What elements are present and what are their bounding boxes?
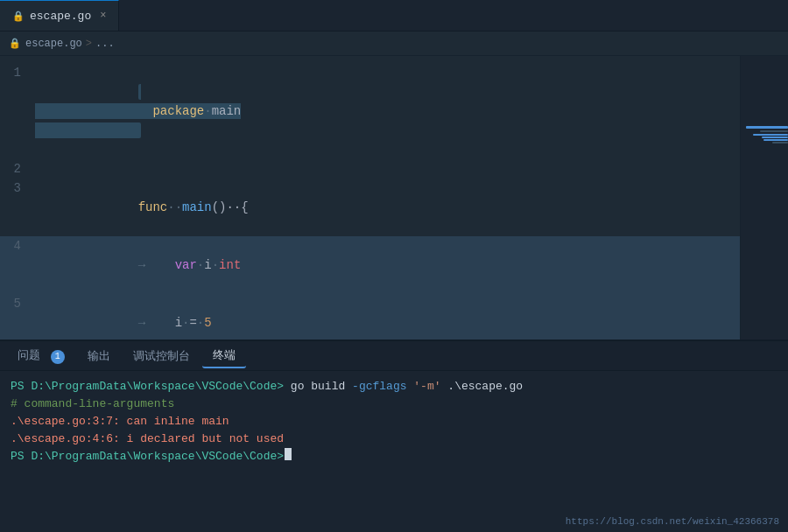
minimap-bar-4 <box>762 136 788 138</box>
code-area[interactable]: 1 package·main 2 3 <box>0 56 740 340</box>
tab-debug-console[interactable]: 调试控制台 <box>123 345 201 368</box>
terminal-content: PS D:\ProgramData\Workspace\VSCode\Code>… <box>0 371 788 532</box>
line-content-3: func··main()··{ <box>35 178 249 236</box>
breadcrumb-rest: ... <box>95 38 115 50</box>
terminal-line-4: .\escape.go:4:6: i declared but not used <box>11 430 777 448</box>
term-flag-gcflags: -gcflags <box>352 378 406 396</box>
code-line-5: 5 → i·=·5 <box>0 294 740 340</box>
breadcrumb-filename: escape.go <box>25 38 82 50</box>
minimap-panel <box>740 56 788 340</box>
code-line-3: 3 func··main()··{ <box>0 178 740 236</box>
terminal-line-5: PS D:\ProgramData\Workspace\VSCode\Code> <box>11 448 777 466</box>
line-content-5: → i·=·5 <box>35 294 212 340</box>
tab-filename: escape.go <box>30 10 91 23</box>
code-line-1: 1 package·main <box>0 63 740 159</box>
line-number-4: 4 <box>0 236 35 256</box>
problems-badge: 1 <box>51 350 65 364</box>
code-line-4: 4 → var·i·int <box>0 236 740 294</box>
code-line-2: 2 <box>0 159 740 178</box>
terminal-line-3: .\escape.go:3:7: can inline main <box>11 413 777 430</box>
line-content-4: → var·i·int <box>35 236 241 294</box>
line-number-2: 2 <box>0 159 35 178</box>
minimap-bar-6 <box>772 142 788 144</box>
line-number-3: 3 <box>0 178 35 198</box>
term-error-2: .\escape.go:4:6: i declared but not used <box>11 430 284 448</box>
tab-bar: 🔒 escape.go × <box>0 0 788 32</box>
file-icon: 🔒 <box>12 10 25 22</box>
breadcrumb-file-icon: 🔒 <box>9 38 21 49</box>
term-path-1: PS D:\ProgramData\Workspace\VSCode\Code> <box>11 378 284 396</box>
tab-output[interactable]: 输出 <box>77 345 121 368</box>
term-escape-arg: .\escape.go <box>441 378 524 396</box>
term-flag-m: '-m' <box>413 378 440 396</box>
term-error-1: .\escape.go:3:7: can inline main <box>11 413 229 430</box>
term-space-1 <box>407 378 414 396</box>
minimap-bar-2 <box>760 130 788 132</box>
minimap-bar-1 <box>746 126 788 129</box>
minimap-bar-5 <box>763 139 788 141</box>
tab-escape-go[interactable]: 🔒 escape.go × <box>0 0 119 31</box>
minimap-bar-3 <box>753 134 788 136</box>
term-path-2: PS D:\ProgramData\Workspace\VSCode\Code> <box>11 448 284 466</box>
line-number-1: 1 <box>0 63 35 82</box>
editor-panel: 1 package·main 2 3 <box>0 56 740 340</box>
breadcrumb: 🔒 escape.go > ... <box>0 32 788 56</box>
line-number-5: 5 <box>0 294 35 313</box>
line-content-1: package·main <box>35 63 241 159</box>
breadcrumb-separator: > <box>86 38 92 50</box>
term-cmd-1: go build <box>284 378 352 396</box>
tab-terminal[interactable]: 终端 <box>202 344 246 368</box>
term-comment-1: # command-line-arguments <box>11 396 174 413</box>
tab-problems[interactable]: 问题 1 <box>7 344 75 368</box>
tab-close-button[interactable]: × <box>100 10 106 22</box>
terminal-line-2: # command-line-arguments <box>11 396 777 413</box>
terminal-line-1: PS D:\ProgramData\Workspace\VSCode\Code>… <box>11 378 777 396</box>
bottom-panel: 问题 1 输出 调试控制台 终端 PS D:\ProgramData\Works… <box>0 340 788 532</box>
watermark: https://blog.csdn.net/weixin_42366378 <box>566 516 779 527</box>
terminal-cursor <box>285 448 292 460</box>
panel-tabs: 问题 1 输出 调试控制台 终端 <box>0 341 788 371</box>
